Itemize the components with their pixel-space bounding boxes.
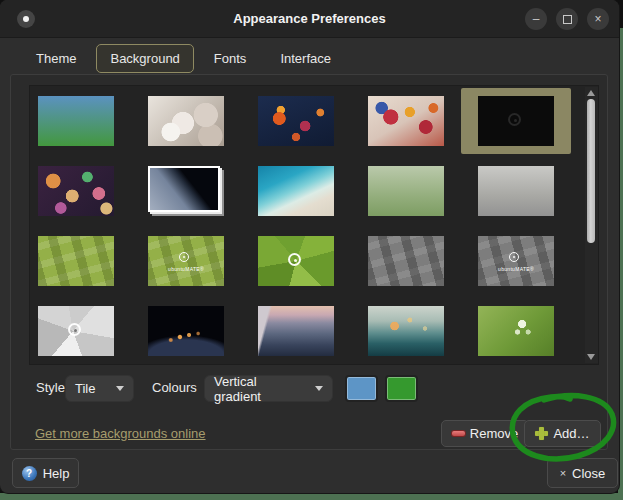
wallpaper-image xyxy=(38,236,114,286)
window-close-button[interactable]: × xyxy=(587,8,609,30)
ubuntu-mate-logo-icon xyxy=(508,113,521,126)
close-button-label: Close xyxy=(572,466,605,481)
appearance-preferences-window: Appearance Preferences – × Theme Backgro… xyxy=(0,0,619,493)
colours-label: Colours xyxy=(152,380,197,395)
wallpaper-image xyxy=(478,166,554,216)
get-more-backgrounds-link[interactable]: Get more backgrounds online xyxy=(35,426,206,441)
add-plus-icon xyxy=(535,427,548,440)
tab-fonts[interactable]: Fonts xyxy=(200,44,261,73)
close-x-icon: × xyxy=(560,467,566,479)
scrollbar-up-icon[interactable] xyxy=(587,90,595,96)
wallpaper-thumbnail-green-hex-camo[interactable] xyxy=(38,236,114,286)
wallpaper-thumbnail-foggy-scene-grey[interactable] xyxy=(478,166,554,216)
ubuntu-mate-logo-icon xyxy=(68,323,81,336)
ubuntu-mate-logo-icon xyxy=(179,252,189,262)
desktop-background-edge-bottom xyxy=(0,493,623,500)
add-button-label: Add… xyxy=(553,426,589,441)
wallpaper-thumbnail-green-polygons-logo[interactable] xyxy=(258,236,334,286)
wallpaper-image xyxy=(368,306,444,356)
wallpaper-thumbnail-mountain-valley-sunset[interactable] xyxy=(258,306,334,356)
help-button[interactable]: ? Help xyxy=(12,458,79,488)
wallpaper-thumbnail-ubuntu-mate-dark[interactable] xyxy=(478,96,554,146)
wallpaper-thumbnail-red-jellyfish-dark[interactable] xyxy=(258,96,334,146)
chevron-down-icon xyxy=(116,386,124,391)
ubuntu-mate-logo-icon xyxy=(288,253,301,266)
tab-bar: Theme Background Fonts Interface xyxy=(22,42,345,74)
wallpaper-image xyxy=(258,96,334,146)
help-button-label: Help xyxy=(43,466,70,481)
wallpaper-image xyxy=(38,96,114,146)
tab-background[interactable]: Background xyxy=(96,44,193,73)
wallpaper-thumbnail-green-hex-camo-logo[interactable]: ubuntuMATE® xyxy=(148,236,224,286)
wallpaper-thumbnail-colourful-jellyfish[interactable] xyxy=(368,96,444,146)
wallpaper-image xyxy=(368,236,444,286)
tab-interface[interactable]: Interface xyxy=(266,44,345,73)
wallpaper-thumbnail-green-jellyfish[interactable] xyxy=(478,306,554,356)
wallpaper-image xyxy=(148,96,224,146)
wallpaper-grid: ubuntuMATE®ubuntuMATE® xyxy=(29,85,599,365)
remove-minus-icon xyxy=(452,431,465,436)
wallpaper-thumbnail-jellyfish-sculpture-light[interactable] xyxy=(148,96,224,146)
style-dropdown[interactable]: Tile xyxy=(65,375,134,402)
remove-button-label: Remove xyxy=(470,426,518,441)
style-label: Style: xyxy=(36,380,69,395)
maximize-button[interactable] xyxy=(556,8,578,30)
minimize-button[interactable]: – xyxy=(525,8,547,30)
wallpaper-thumbnail-grey-hex-camo-logo[interactable]: ubuntuMATE® xyxy=(478,236,554,286)
wallpaper-image xyxy=(148,306,224,356)
ubuntu-mate-logo-icon xyxy=(509,252,519,262)
colours-dropdown[interactable]: Vertical gradient xyxy=(204,375,333,402)
colours-dropdown-value: Vertical gradient xyxy=(214,374,307,404)
titlebar: Appearance Preferences – × xyxy=(0,0,619,38)
wallpaper-image xyxy=(148,166,220,212)
primary-colour-swatch[interactable] xyxy=(345,375,378,402)
tab-theme[interactable]: Theme xyxy=(22,44,90,73)
close-button[interactable]: × Close xyxy=(547,458,618,488)
wallpaper-thumbnail-grey-polygons-logo[interactable] xyxy=(38,306,114,356)
wallpaper-image xyxy=(478,306,554,356)
wallpaper-thumbnail-bokeh-lights[interactable] xyxy=(38,166,114,216)
style-dropdown-value: Tile xyxy=(75,381,95,396)
add-button[interactable]: Add… xyxy=(524,420,601,447)
wallpaper-thumbnail-grey-hex-camo[interactable] xyxy=(368,236,444,286)
wallpaper-thumbnail-earth-horizon-slideshow[interactable] xyxy=(148,166,220,212)
scrollbar[interactable] xyxy=(585,87,598,363)
wallpaper-thumbnail-foggy-scene-green[interactable] xyxy=(368,166,444,216)
help-question-icon: ? xyxy=(22,466,37,481)
wallpaper-image xyxy=(258,306,334,356)
scrollbar-down-icon[interactable] xyxy=(587,354,595,360)
wallpaper-thumbnail-ocean-beach-aerial[interactable] xyxy=(258,166,334,216)
background-tab-panel: ubuntuMATE®ubuntuMATE® Style: Tile Colou… xyxy=(10,74,608,450)
wallpaper-image xyxy=(38,166,114,216)
wallpaper-image xyxy=(258,166,334,216)
wallpaper-thumbnail-blue-green-gradient[interactable] xyxy=(38,96,114,146)
wallpaper-thumbnail-earth-night-lights[interactable] xyxy=(148,306,224,356)
wallpaper-image xyxy=(368,166,444,216)
secondary-colour-swatch[interactable] xyxy=(385,375,418,402)
wallpaper-thumbnail-rainy-window-bokeh[interactable] xyxy=(368,306,444,356)
scrollbar-thumb[interactable] xyxy=(587,99,595,243)
ubuntu-mate-logo-text: ubuntuMATE® xyxy=(478,266,554,272)
ubuntu-mate-logo-text: ubuntuMATE® xyxy=(148,266,224,272)
remove-button[interactable]: Remove xyxy=(441,420,529,447)
wallpaper-image xyxy=(368,96,444,146)
chevron-down-icon xyxy=(315,386,323,391)
